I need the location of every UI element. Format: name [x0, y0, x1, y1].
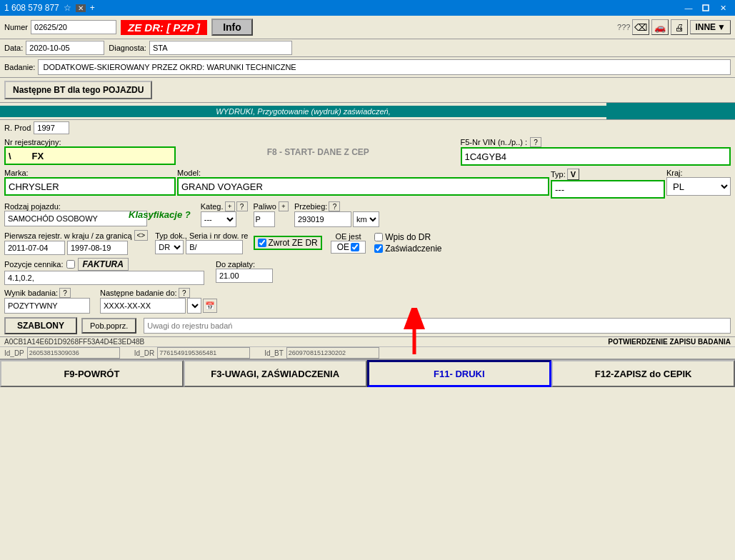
- pozycje-input[interactable]: [4, 271, 204, 285]
- f12-button[interactable]: F12-ZAPISZ do CEPIK: [551, 360, 735, 387]
- zagr-date-input[interactable]: [67, 241, 128, 255]
- doplaty-label: Do zapłaty:: [216, 260, 273, 269]
- marka-model-row: Marka: Model: Typ: V Kraj: PL INNE: [0, 167, 735, 200]
- tab-close-icon[interactable]: ✕: [76, 4, 86, 12]
- oe-checkbox[interactable]: [351, 243, 359, 251]
- rodzaj-row: Rodzaj pojazdu: Klasyfikacje ? Kateg. + …: [0, 200, 735, 229]
- szablony-row: SZABLONY Pob.poprz.: [0, 315, 735, 336]
- paliwo-section: Paliwo +: [254, 201, 289, 227]
- id-row: Id_DP Id_DR Id_BT: [0, 346, 735, 359]
- f9-button[interactable]: F9-POWRÓT: [0, 360, 184, 387]
- maximize-btn[interactable]: [698, 1, 714, 14]
- oe-button[interactable]: OE: [331, 241, 366, 254]
- zaswiadczenie-checkbox[interactable]: [374, 244, 383, 253]
- f3-button[interactable]: F3-UWAGI, ZAŚWIADCZENIA: [184, 360, 367, 387]
- printer-icon-btn[interactable]: 🖨: [671, 19, 688, 35]
- klasyfikacje-button[interactable]: Klasyfikacje ?: [121, 209, 198, 220]
- wynik-input[interactable]: [4, 298, 90, 314]
- wpis-do-dr-checkbox[interactable]: [374, 233, 383, 241]
- szablony-area: SZABLONY Pob.poprz.: [0, 315, 735, 336]
- kateg-question-btn[interactable]: ?: [236, 201, 248, 211]
- wynik-label-row: Wynik badania: ?: [4, 288, 90, 298]
- first-reg-label: Pierwsza rejestr. w kraju / za granicą: [4, 231, 132, 240]
- typ-input[interactable]: [551, 180, 665, 199]
- title-bar: 1 608 579 877 ☆ ✕ + — ✕: [0, 0, 735, 16]
- nastbad-input[interactable]: [100, 298, 186, 314]
- id-bt-input[interactable]: [286, 347, 379, 359]
- info-button[interactable]: Info: [211, 19, 253, 36]
- doc-value-input[interactable]: [186, 240, 243, 254]
- zwrot-ze-dr-label: Zwrot ZE DR: [268, 238, 317, 248]
- nastbad-question-btn[interactable]: ?: [179, 288, 190, 298]
- faktura-button[interactable]: FAKTURA: [78, 258, 129, 271]
- wynik-question-btn[interactable]: ?: [59, 288, 71, 298]
- inne-arrow: ▼: [717, 22, 726, 32]
- nastbad-select[interactable]: ▼: [187, 298, 201, 314]
- id-dp-input[interactable]: [27, 347, 120, 359]
- new-tab-icon[interactable]: +: [90, 3, 95, 13]
- car-icon-btn[interactable]: 🚗: [651, 19, 669, 35]
- status-hash: A0CB1A14E6D1D9268FF53A4D4E3ED48B: [4, 338, 144, 346]
- wpis-section: Wpis do DR Zaświadczenie: [374, 232, 441, 254]
- doc-inputs: DR PZ: [155, 240, 248, 254]
- numer-group: Numer: [4, 20, 116, 34]
- rprod-label: R. Prod: [4, 124, 31, 132]
- vin-input[interactable]: [461, 147, 731, 166]
- diagnosta-input[interactable]: [149, 41, 292, 55]
- rprod-row: R. Prod: [0, 120, 735, 136]
- paliwo-input[interactable]: [254, 211, 275, 227]
- first-reg-arrows-btn[interactable]: <>: [134, 230, 149, 241]
- window-controls: — ✕: [681, 1, 731, 14]
- minimize-btn[interactable]: —: [681, 1, 696, 14]
- numer-input[interactable]: [31, 20, 116, 34]
- close-btn[interactable]: ✕: [715, 1, 731, 14]
- kateg-plus-btn[interactable]: +: [225, 201, 235, 211]
- marka-section: Marka:: [4, 169, 176, 199]
- id-bt-group: Id_BT: [264, 347, 379, 359]
- first-reg-inputs: [4, 241, 148, 255]
- vin-question-btn[interactable]: ?: [530, 137, 541, 147]
- wydruki-section: WYDRUKI, Przygotowanie (wydruk) zaświadc…: [0, 106, 606, 117]
- phone-number: 1 608 579 877: [4, 3, 59, 13]
- szablony-button[interactable]: SZABLONY: [4, 317, 77, 334]
- badanie-input[interactable]: [38, 59, 731, 75]
- red-arrow-annotation: [379, 308, 464, 358]
- doplaty-input[interactable]: [216, 269, 273, 283]
- oe-value: OE: [337, 242, 349, 252]
- f11-button[interactable]: F11- DRUKI: [367, 360, 552, 387]
- doplaty-section: Do zapłaty:: [216, 260, 273, 283]
- kraj-select[interactable]: PL INNE: [666, 177, 731, 196]
- id-dr-input[interactable]: [157, 347, 250, 359]
- typ-label: Typ:: [551, 170, 566, 179]
- km-select[interactable]: km mi: [353, 211, 379, 227]
- toolbar-row: Numer ZE DR: [ PZP ] Info ??? ⌫ 🚗 🖨 INNE…: [0, 16, 735, 39]
- oe-jest-label: OE jest: [335, 232, 361, 241]
- marka-input[interactable]: [4, 177, 176, 196]
- przebieg-question-btn[interactable]: ?: [329, 201, 340, 211]
- typ-v-button[interactable]: V: [567, 169, 579, 180]
- data-input[interactable]: [26, 41, 104, 55]
- model-input[interactable]: [177, 177, 549, 196]
- badanie-row: Badanie:: [0, 57, 735, 78]
- wpis-do-dr-label: Wpis do DR: [385, 232, 431, 242]
- paliwo-plus-btn[interactable]: +: [279, 201, 289, 211]
- kraj-date-input[interactable]: [4, 241, 65, 255]
- rprod-input[interactable]: [34, 121, 69, 134]
- id-dr-group: Id_DR: [134, 347, 250, 359]
- pozycje-row: Pozycje cennika: FAKTURA Do zapłaty:: [0, 256, 735, 286]
- nastepne-bt-button[interactable]: Następne BT dla tego POJAZDU: [4, 81, 152, 99]
- kateg-label: Kateg.: [201, 202, 224, 211]
- paliwo-label-row: Paliwo +: [254, 201, 289, 211]
- nastbad-calendar-btn[interactable]: 📅: [203, 299, 217, 313]
- nr-rej-input[interactable]: [4, 146, 176, 165]
- pozycje-checkbox[interactable]: [66, 260, 75, 269]
- pob-poprz-button[interactable]: Pob.poprz.: [81, 318, 136, 334]
- przebieg-input[interactable]: [294, 211, 351, 227]
- vin-label: F5-Nr VIN (n../p..) :: [461, 138, 528, 146]
- zwrot-ze-dr-checkbox[interactable]: [258, 239, 266, 247]
- star-icon[interactable]: ☆: [64, 3, 71, 13]
- eraser-icon-btn[interactable]: ⌫: [632, 19, 649, 35]
- doc-type-select[interactable]: DR PZ: [155, 240, 184, 254]
- kateg-select[interactable]: ---: [201, 211, 236, 227]
- inne-button[interactable]: INNE ▼: [690, 20, 731, 34]
